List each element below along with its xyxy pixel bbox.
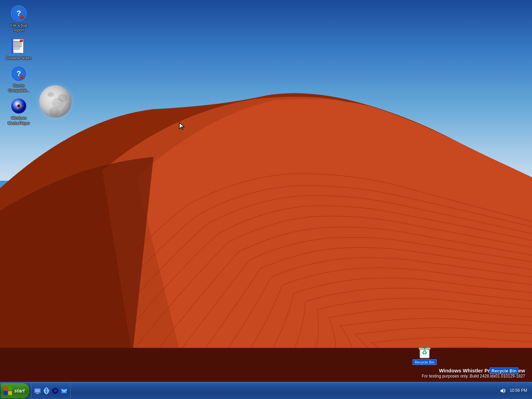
recycle-bin-icon: ♻ xyxy=(416,343,433,359)
taskbar: start xyxy=(0,382,532,399)
svg-rect-49 xyxy=(4,391,8,395)
watermark-title-text: Windows Whistler Pr xyxy=(439,368,490,373)
svg-marker-64 xyxy=(501,388,503,393)
desktop: ? File a bug report xyxy=(0,0,532,399)
internet-explorer-button[interactable] xyxy=(42,387,50,395)
svg-rect-22 xyxy=(20,40,21,41)
quick-launch-bar xyxy=(31,382,71,399)
system-clock[interactable]: 10:56 PM xyxy=(508,388,529,394)
system-tray: 10:56 PM xyxy=(500,387,532,394)
svg-text:?: ? xyxy=(16,9,21,17)
svg-rect-48 xyxy=(8,387,12,390)
file-bug-report-icon-image: ? xyxy=(11,5,27,21)
wmp-label: Windows Media Player xyxy=(8,116,30,125)
recycle-bin-area[interactable]: ♻ Recycle Bin xyxy=(413,343,437,365)
dune-background xyxy=(0,0,532,399)
recycle-bin-label: Recycle Bin xyxy=(413,359,437,365)
readme-notes-label: Readme Notes xyxy=(6,56,31,60)
svg-rect-53 xyxy=(37,393,38,394)
svg-text:♻: ♻ xyxy=(422,349,427,356)
desktop-icons: ? File a bug report xyxy=(3,3,34,127)
svg-rect-50 xyxy=(8,391,12,395)
recycle-bin-label-inline: Recycle Bin xyxy=(490,368,518,374)
watermark-subtitle: For testing purposes only. Build 2428.id… xyxy=(422,374,525,379)
run-in-compat-icon[interactable]: ? Run in Compatibil... xyxy=(3,64,34,95)
watermark: Windows Whistler PrRecycle Binew For tes… xyxy=(422,368,525,379)
readme-notes-icon[interactable]: Readme Notes xyxy=(3,36,34,62)
windows-logo xyxy=(3,386,12,395)
svg-point-6 xyxy=(21,15,23,17)
watermark-title: Windows Whistler PrRecycle Binew xyxy=(422,368,525,374)
wmp-quick-launch-button[interactable] xyxy=(51,387,59,395)
run-in-compat-label: Run in Compatibil... xyxy=(8,83,29,93)
windows-media-player-icon[interactable]: Windows Media Player xyxy=(3,96,34,127)
svg-rect-52 xyxy=(35,389,40,392)
readme-notes-icon-image xyxy=(11,38,27,54)
file-bug-report-label: File a bug report xyxy=(11,23,27,33)
svg-point-29 xyxy=(21,75,23,77)
show-desktop-button[interactable] xyxy=(33,387,42,395)
start-button[interactable]: start xyxy=(1,383,30,399)
svg-text:?: ? xyxy=(16,69,21,78)
outlook-express-button[interactable] xyxy=(60,387,68,395)
svg-point-40 xyxy=(18,105,20,107)
moon xyxy=(39,85,72,118)
start-button-label: start xyxy=(14,388,25,394)
file-bug-report-icon[interactable]: ? File a bug report xyxy=(3,3,34,34)
svg-point-62 xyxy=(55,390,56,391)
run-in-compat-icon-image: ? xyxy=(11,65,27,82)
svg-rect-54 xyxy=(36,394,39,394)
svg-rect-47 xyxy=(4,387,8,390)
wmp-icon-image xyxy=(11,98,27,114)
volume-tray-icon[interactable] xyxy=(500,387,506,394)
